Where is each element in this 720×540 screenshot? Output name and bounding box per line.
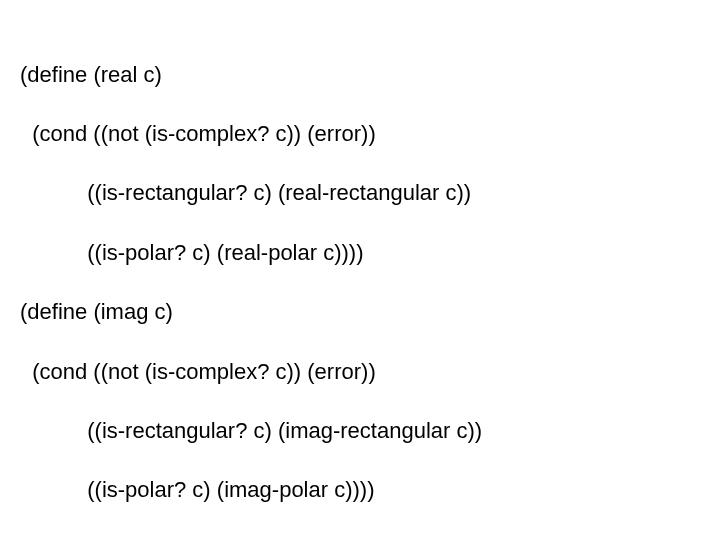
code-line: ((is-polar? c) (real-polar c)))) <box>20 238 700 268</box>
code-line: (define (imag c) <box>20 297 700 327</box>
code-line: ((is-polar? c) (imag-polar c)))) <box>20 475 700 505</box>
code-line: (cond ((not (is-complex? c)) (error)) <box>20 119 700 149</box>
code-line: (define (mag c) <box>20 535 700 540</box>
code-line: ((is-rectangular? c) (real-rectangular c… <box>20 178 700 208</box>
code-line: (define (real c) <box>20 60 700 90</box>
code-line: (cond ((not (is-complex? c)) (error)) <box>20 357 700 387</box>
code-line: ((is-rectangular? c) (imag-rectangular c… <box>20 416 700 446</box>
code-block: (define (real c) (cond ((not (is-complex… <box>0 0 720 540</box>
